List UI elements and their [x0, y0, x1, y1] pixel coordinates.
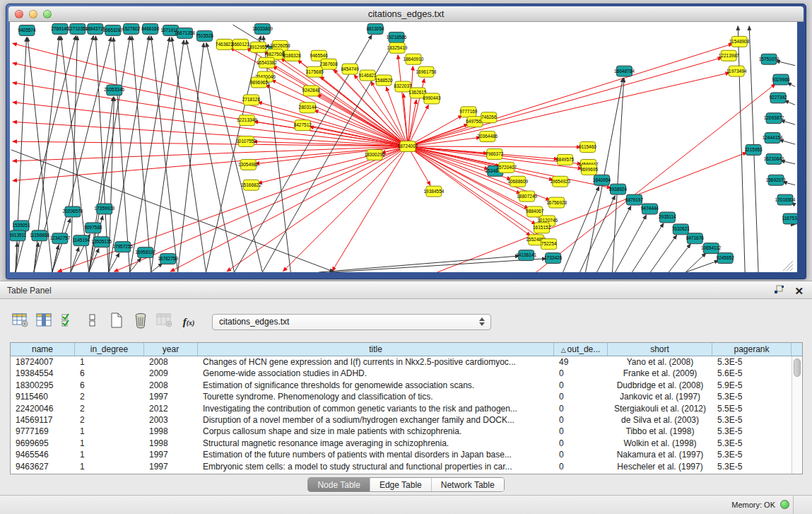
graph-node[interactable]: 15720407	[496, 162, 517, 173]
graph-node[interactable]: 9245652	[717, 253, 735, 264]
graph-node[interactable]: 1167533	[782, 214, 797, 224]
column-header-name[interactable]: name	[11, 343, 75, 356]
graph-node[interactable]: 15751074	[759, 54, 779, 64]
table-row[interactable]: 969969511998Structural magnetic resonanc…	[11, 438, 792, 449]
graph-node[interactable]: 1145194	[72, 235, 90, 246]
column-header-in_degree[interactable]: in_degree	[75, 343, 144, 356]
graph-node[interactable]: 7515526	[196, 30, 214, 41]
graph-node[interactable]: 12093872	[764, 113, 784, 124]
table-mode-button[interactable]	[10, 312, 31, 332]
graph-node[interactable]: 12213349	[237, 115, 257, 126]
graph-node[interactable]: 2769140	[51, 23, 69, 34]
tab-node-table[interactable]: Node Table	[308, 478, 370, 491]
memory-status-icon[interactable]	[780, 500, 789, 509]
graph-node[interactable]: 6879197	[625, 194, 644, 205]
graph-node[interactable]: 7632621	[672, 224, 690, 235]
graph-node[interactable]: 10688609	[507, 176, 528, 187]
close-panel-icon[interactable]: ✕	[794, 286, 804, 296]
graph-node[interactable]: 8813054	[366, 23, 384, 34]
graph-node[interactable]: 15692071	[766, 175, 787, 185]
graph-node[interactable]: 8466160	[141, 23, 160, 34]
column-header-out_de[interactable]: △out_de...	[554, 343, 608, 356]
graph-node[interactable]: 16756928	[546, 197, 567, 208]
scrollbar-thumb[interactable]	[794, 358, 801, 377]
graph-node[interactable]: 19218586	[387, 32, 407, 42]
column-header-short[interactable]: short	[608, 343, 712, 356]
graph-node[interactable]: 8990443	[423, 93, 441, 104]
graph-node[interactable]: 16782759	[158, 254, 178, 264]
graph-node[interactable]: 9227342	[769, 93, 787, 103]
function-builder-button[interactable]: f(x)	[178, 312, 199, 332]
graph-node[interactable]: 18325419	[387, 42, 408, 53]
graph-node[interactable]: 1640954	[593, 175, 611, 185]
graph-node[interactable]: 10653287	[102, 25, 123, 35]
tab-edge-table[interactable]: Edge Table	[370, 478, 431, 491]
table-row[interactable]: 1830029562008Estimation of significance …	[11, 380, 792, 391]
graph-node[interactable]: 12213987	[719, 50, 739, 61]
graph-node[interactable]: 9777169	[459, 107, 478, 117]
show-columns-button[interactable]	[34, 312, 55, 332]
graph-node[interactable]: 11548908	[729, 36, 750, 47]
graph-node[interactable]: 16648784	[614, 66, 635, 76]
graph-node[interactable]: 18640910	[404, 54, 424, 64]
table-row[interactable]: 946554611997Estimation of the future num…	[11, 449, 792, 460]
graph-node[interactable]: 16210643	[764, 153, 784, 164]
graph-node[interactable]: 8849575	[556, 154, 575, 165]
graph-node[interactable]: 17359928	[94, 204, 114, 214]
graph-node[interactable]: 8186328	[283, 50, 302, 61]
graph-node[interactable]: 8660123	[232, 39, 250, 49]
graph-node[interactable]: 19654923	[550, 176, 570, 187]
graph-node[interactable]: 1535051	[12, 221, 30, 231]
graph-node[interactable]: 12342757	[49, 233, 70, 244]
graph-node[interactable]: 16961758	[416, 66, 437, 77]
table-row[interactable]: 2242004622012Investigating the contribut…	[11, 403, 792, 414]
graph-node[interactable]: 2935114	[659, 212, 676, 223]
table-row[interactable]: 1938455462009Genome-wide association stu…	[11, 368, 792, 379]
row-height-button[interactable]	[82, 312, 103, 332]
graph-node[interactable]: 13505135	[91, 237, 112, 247]
float-window-icon[interactable]	[774, 285, 784, 298]
graph-node[interactable]: 8427512	[294, 120, 312, 131]
graph-node[interactable]: 20206576	[62, 206, 83, 217]
graph-node[interactable]: 1733426	[544, 253, 563, 264]
resize-grip-icon[interactable]	[783, 261, 793, 271]
graph-node[interactable]: 17016504	[775, 194, 796, 205]
graph-node[interactable]: 10654112	[701, 243, 722, 254]
graph-node[interactable]: 13054982	[238, 159, 259, 170]
graph-node[interactable]: 746266	[481, 112, 497, 123]
table-row[interactable]: 977716911998Corpus callosum shape and si…	[11, 426, 792, 437]
delete-column-button[interactable]	[130, 312, 151, 332]
graph-node[interactable]: 9896965	[250, 77, 269, 88]
graph-node[interactable]: 1615152	[533, 223, 551, 233]
network-graph[interactable]: 9405574276914012710354188437151065328715…	[10, 22, 797, 272]
table-row[interactable]: 946362711997Embryonic stem cells: a mode…	[11, 461, 792, 472]
graph-node[interactable]: 9242848	[302, 86, 321, 96]
graph-node[interactable]: 19384554	[424, 186, 445, 197]
graph-node[interactable]: 15166822	[241, 180, 261, 190]
graph-node[interactable]: 16671358	[175, 28, 195, 38]
column-header-title[interactable]: title	[198, 343, 554, 356]
tab-network-table[interactable]: Network Table	[431, 478, 504, 491]
graph-node[interactable]: 21053346	[104, 85, 124, 95]
graph-node[interactable]: 3913511	[10, 230, 27, 241]
graph-node[interactable]: 9699695	[580, 164, 599, 175]
graph-node[interactable]: 7986372	[486, 148, 504, 159]
graph-node[interactable]: 2718126	[242, 95, 261, 105]
graph-node[interactable]: 3215953	[744, 145, 763, 156]
table-selector-dropdown[interactable]: citations_edges.txt	[212, 314, 491, 330]
graph-node[interactable]: 9474444	[641, 204, 659, 214]
graph-node[interactable]: 20364486	[477, 132, 498, 142]
table-row[interactable]: 1872400712008Changes of HCN gene express…	[11, 356, 792, 368]
window-titlebar[interactable]: citations_edges.txt	[8, 6, 804, 22]
graph-node[interactable]: 1588520	[375, 75, 393, 86]
network-canvas[interactable]: 9405574276914012710354188437151065328715…	[10, 22, 797, 272]
graph-node[interactable]: 9115460	[579, 142, 596, 153]
select-columns-button[interactable]	[58, 312, 79, 332]
graph-node[interactable]: 18300295	[365, 149, 385, 160]
graph-node[interactable]: 16543382	[257, 57, 277, 68]
graph-node[interactable]: 8912955	[249, 42, 268, 52]
graph-node[interactable]: 3175685	[306, 66, 324, 77]
graph-node[interactable]: 11156868	[30, 230, 49, 241]
graph-node[interactable]: 9097588	[84, 223, 102, 233]
table-row[interactable]: 911546021997Tourette syndrome. Phenomeno…	[11, 391, 792, 402]
